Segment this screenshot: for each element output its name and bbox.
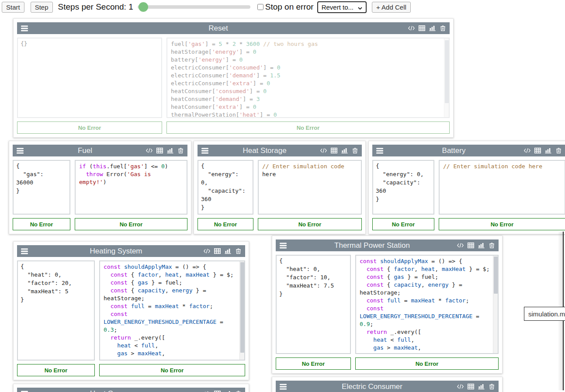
chart-icon[interactable] (545, 148, 551, 153)
cell-heat-consumer: Heat Consumer (13, 384, 249, 392)
code-icon[interactable] (146, 148, 153, 153)
code-icon[interactable] (204, 248, 210, 254)
table-icon[interactable] (468, 384, 474, 389)
scrollbar[interactable] (444, 38, 449, 117)
code-icon[interactable] (320, 148, 327, 153)
start-button[interactable]: Start (2, 2, 24, 13)
state-error-status: No Error (372, 218, 434, 230)
code-icon[interactable] (408, 25, 415, 31)
code-editor[interactable]: if (this.fuel['gas'] <= 0) throw Error('… (75, 160, 187, 215)
scrollbar[interactable] (239, 261, 244, 360)
chart-icon[interactable] (167, 148, 173, 153)
chart-icon[interactable] (429, 25, 436, 31)
stop-on-error-label: Stop on error (265, 2, 314, 12)
code-editor[interactable]: fuel['gas'] = 5 * 2 * 3600 // two hours … (166, 38, 450, 118)
drag-file-name: simulation.m (528, 310, 565, 318)
cell-fuel-header[interactable]: Fuel (13, 145, 187, 156)
revert-select[interactable]: Revert to... (317, 1, 367, 13)
steps-per-second-label: Steps per Second: 1 (58, 2, 133, 12)
slider-track[interactable] (138, 5, 250, 9)
cell-battery: Battery { "energy": 0, "capacity": 360 }… (368, 141, 565, 234)
cell-thermal-power-station-header[interactable]: Thermal Power Station (276, 239, 499, 251)
trash-icon[interactable] (489, 243, 495, 248)
state-error-status: No Error (276, 357, 351, 370)
cell-title: Thermal Power Station (287, 241, 457, 250)
stop-on-error-control: Stop on error (257, 2, 314, 12)
state-editor[interactable]: { "energy": 0, "capacity": 360 } (198, 160, 253, 215)
state-error-status: No Error (17, 364, 95, 376)
steps-per-second-value: 1 (128, 2, 133, 11)
table-icon[interactable] (534, 148, 541, 153)
cell-title: Heating System (28, 247, 204, 256)
cell-title: Fuel (24, 146, 146, 155)
speed-slider[interactable] (138, 2, 250, 12)
cell-fuel: Fuel { "gas": 36000 } if (this.fuel['gas… (9, 141, 191, 234)
state-editor[interactable]: { "heat": 0, "factor": 20, "maxHeat": 5 … (17, 260, 95, 361)
state-editor[interactable]: { "heat": 0, "factor": 10, "maxHeat": 7.… (276, 255, 351, 354)
menu-icon[interactable] (376, 148, 384, 154)
toolbar: Start Step Steps per Second: 1 Stop on e… (0, 0, 565, 14)
state-editor[interactable]: {} (17, 38, 162, 118)
cell-heat-consumer-header[interactable]: Heat Consumer (17, 388, 245, 392)
code-editor[interactable]: const shouldApplyMax = () => { const { f… (355, 255, 499, 354)
menu-icon[interactable] (21, 25, 28, 31)
menu-icon[interactable] (16, 148, 24, 154)
code-error-status: No Error (75, 218, 187, 230)
stop-on-error-checkbox[interactable] (257, 4, 263, 10)
scrollbar-thumb[interactable] (494, 257, 498, 294)
chart-icon[interactable] (478, 384, 485, 389)
scrollbar-thumb[interactable] (240, 262, 244, 353)
cell-title: Heat Storage (209, 146, 320, 155)
cell-title: Battery (384, 146, 524, 155)
menu-icon[interactable] (279, 384, 287, 390)
menu-icon[interactable] (21, 248, 28, 254)
drag-file-tooltip: simulation.m (524, 307, 565, 321)
trash-icon[interactable] (177, 148, 184, 153)
cell-title: Reset (28, 24, 408, 33)
table-icon[interactable] (156, 148, 163, 153)
trash-icon[interactable] (235, 248, 242, 254)
trash-icon[interactable] (489, 384, 495, 389)
cell-heat-storage-header[interactable]: Heat Storage (198, 145, 362, 156)
menu-icon[interactable] (21, 391, 28, 392)
scrollbar-thumb[interactable] (445, 40, 449, 103)
state-error-status: No Error (17, 121, 162, 134)
state-error-status: No Error (198, 218, 253, 230)
table-icon[interactable] (468, 243, 474, 248)
code-error-status: No Error (355, 357, 499, 370)
code-icon[interactable] (524, 148, 530, 153)
code-editor[interactable]: const shouldApplyMax = () => { const { f… (99, 260, 245, 361)
code-icon[interactable] (457, 384, 464, 389)
state-editor[interactable]: { "gas": 36000 } (13, 160, 70, 215)
add-cell-button[interactable]: + Add Cell (372, 2, 411, 13)
table-icon[interactable] (214, 248, 221, 254)
cell-battery-header[interactable]: Battery (372, 145, 565, 156)
cell-title: Electric Consumer (287, 382, 457, 391)
code-editor[interactable]: // Enter simulation code here (258, 160, 362, 215)
step-button[interactable]: Step (31, 2, 53, 13)
state-editor[interactable]: { "energy": 0, "capacity": 360 } (372, 160, 434, 215)
slider-thumb[interactable] (139, 2, 148, 12)
code-editor[interactable]: // Enter simulation code here (439, 160, 565, 215)
menu-icon[interactable] (201, 148, 209, 154)
cell-reset-header[interactable]: Reset (17, 22, 450, 34)
code-error-status: No Error (258, 218, 362, 230)
cell-heating-system-header[interactable]: Heating System (17, 245, 245, 257)
cell-heat-storage: Heat Storage { "energy": 0, "capacity": … (194, 141, 366, 234)
state-error-status: No Error (13, 218, 70, 230)
table-icon[interactable] (419, 25, 425, 31)
code-error-status: No Error (439, 218, 565, 230)
cell-electric-consumer-header[interactable]: Electric Consumer (276, 381, 499, 392)
trash-icon[interactable] (440, 25, 446, 31)
menu-icon[interactable] (279, 243, 287, 249)
chart-icon[interactable] (341, 148, 348, 153)
scrollbar[interactable] (493, 256, 498, 353)
chart-icon[interactable] (225, 248, 231, 254)
table-icon[interactable] (331, 148, 337, 153)
code-icon[interactable] (457, 243, 464, 248)
code-error-status: No Error (166, 121, 450, 134)
trash-icon[interactable] (352, 148, 358, 153)
chart-icon[interactable] (478, 243, 485, 248)
cell-thermal-power-station: Thermal Power Station { "heat": 0, "fact… (272, 236, 503, 374)
trash-icon[interactable] (555, 148, 562, 153)
